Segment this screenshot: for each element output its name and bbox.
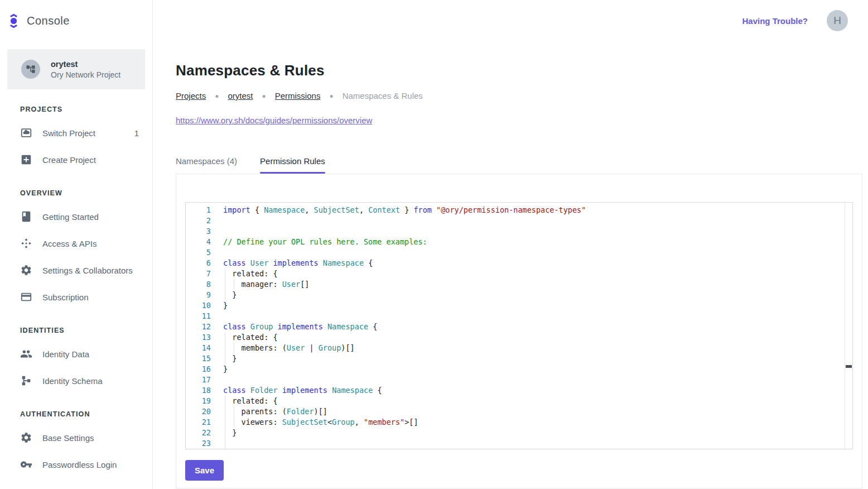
code-line: 5	[186, 247, 852, 258]
sidebar-item-access-apis[interactable]: Access & APIs	[0, 230, 152, 257]
line-number: 15	[186, 353, 211, 364]
code-text	[211, 438, 223, 449]
line-number: 6	[186, 258, 211, 269]
code-text: parents: (Folder)[]	[211, 406, 327, 417]
code-line: 10}	[186, 300, 852, 311]
indent-guide	[225, 396, 225, 406]
indent-guide	[225, 290, 225, 300]
line-number: 12	[186, 322, 211, 332]
line-number: 16	[186, 364, 211, 375]
code-line: 2	[186, 215, 852, 226]
code-line: 15 }	[186, 353, 852, 364]
people-icon	[20, 348, 32, 360]
line-number: 11	[186, 311, 211, 322]
add-box-icon	[20, 154, 32, 166]
code-line: 9 }	[186, 290, 852, 300]
code-line: 22 }	[186, 428, 852, 438]
code-text	[211, 247, 223, 258]
indent-guide	[225, 417, 225, 428]
sidebar: Console orytest Ory Network Project PROJ…	[0, 0, 153, 489]
breadcrumb-item-projects[interactable]: Projects	[176, 91, 206, 100]
code-text: import { Namespace, SubjectSet, Context …	[211, 205, 586, 215]
nav-section-title: AUTHENTICATION	[0, 410, 152, 418]
sidebar-item-label: Base Settings	[42, 433, 94, 443]
indent-guide	[225, 332, 225, 343]
indent-guide	[234, 279, 234, 290]
tab-namespaces-4[interactable]: Namespaces (4)	[176, 156, 237, 174]
save-button[interactable]: Save	[185, 460, 224, 481]
code-text	[211, 311, 223, 322]
main-area: Having Trouble? H Namespaces & Rules Pro…	[153, 0, 868, 489]
item-count-badge: 1	[134, 128, 139, 138]
sidebar-item-passwordless-login[interactable]: Passwordless Login	[0, 451, 152, 478]
code-line: 6class User implements Namespace {	[186, 258, 852, 269]
indent-guide	[234, 406, 234, 417]
code-line: 11	[186, 311, 852, 322]
project-name: orytest	[51, 60, 120, 69]
sidebar-item-base-settings[interactable]: Base Settings	[0, 424, 152, 451]
code-text	[211, 226, 223, 237]
code-text: related: {	[211, 269, 278, 279]
code-line: 8 manager: User[]	[186, 279, 852, 290]
code-line: 14 members: (User | Group)[]	[186, 343, 852, 353]
code-text: members: (User | Group)[]	[211, 343, 355, 353]
sidebar-item-create-project[interactable]: Create Project	[0, 146, 152, 173]
user-avatar[interactable]: H	[827, 10, 848, 31]
sidebar-item-label: Getting Started	[42, 212, 99, 222]
topbar: Having Trouble? H	[153, 0, 868, 41]
line-number: 21	[186, 417, 211, 428]
code-editor[interactable]: 1import { Namespace, SubjectSet, Context…	[185, 202, 853, 449]
tab-panel: 1import { Namespace, SubjectSet, Context…	[176, 174, 862, 488]
line-number: 23	[186, 438, 211, 449]
tab-permission-rules[interactable]: Permission Rules	[260, 156, 325, 174]
logo-home-link[interactable]: Console	[0, 0, 152, 41]
code-text: related: {	[211, 396, 278, 406]
code-line: 21 viewers: SubjectSet<Group, "members">…	[186, 417, 852, 428]
breadcrumb-item-permissions[interactable]: Permissions	[275, 91, 321, 100]
ory-logo-icon	[8, 13, 20, 29]
sidebar-item-identity-data[interactable]: Identity Data	[0, 341, 152, 367]
line-number: 5	[186, 247, 211, 258]
code-text: manager: User[]	[211, 279, 309, 290]
code-line: 13 related: {	[186, 332, 852, 343]
compass-icon	[20, 237, 32, 250]
line-number: 8	[186, 279, 211, 290]
sidebar-item-settings-collaborators[interactable]: Settings & Collaborators	[0, 257, 152, 284]
indent-guide	[234, 417, 234, 428]
sidebar-item-label: Settings & Collaborators	[42, 266, 133, 275]
code-line: 3	[186, 226, 852, 237]
code-line: 23	[186, 438, 852, 449]
breadcrumb-separator: ●	[262, 92, 266, 100]
project-type: Ory Network Project	[51, 70, 120, 79]
code-text: }	[211, 300, 228, 311]
code-line: 12class Group implements Namespace {	[186, 322, 852, 332]
line-number: 17	[186, 375, 211, 385]
sidebar-item-getting-started[interactable]: Getting Started	[0, 203, 152, 230]
code-line: 1import { Namespace, SubjectSet, Context…	[186, 205, 852, 215]
editor-scrollbar-thumb[interactable]	[846, 365, 852, 368]
page-content: Namespaces & Rules Projects●orytest●Perm…	[153, 41, 868, 488]
docs-link[interactable]: https://www.ory.sh/docs/guides/permissio…	[176, 116, 372, 125]
sidebar-item-subscription[interactable]: Subscription	[0, 284, 152, 310]
code-line: 24 permits = {	[186, 449, 852, 449]
sidebar-item-label: Identity Schema	[42, 376, 103, 386]
sidebar-item-identity-schema[interactable]: Identity Schema	[0, 367, 152, 394]
sidebar-nav: PROJECTSSwitch Project1Create ProjectOVE…	[0, 106, 152, 478]
code-text: }	[211, 428, 237, 438]
help-link[interactable]: Having Trouble?	[742, 16, 808, 26]
line-number: 24	[186, 449, 211, 449]
book-icon	[20, 210, 32, 223]
sidebar-item-switch-project[interactable]: Switch Project1	[0, 119, 152, 146]
sidebar-item-label: Access & APIs	[42, 239, 97, 248]
editor-scrollbar[interactable]	[845, 203, 852, 449]
code-text: viewers: SubjectSet<Group, "members">[]	[211, 417, 418, 428]
breadcrumb-item-orytest[interactable]: orytest	[228, 91, 253, 100]
project-card[interactable]: orytest Ory Network Project	[7, 49, 145, 89]
breadcrumb: Projects●orytest●Permissions●Namespaces …	[176, 91, 862, 100]
indent-guide	[225, 438, 225, 449]
nav-section-title: IDENTITIES	[0, 327, 152, 334]
line-number: 2	[186, 215, 211, 226]
project-tree-icon	[26, 64, 36, 74]
sidebar-item-label: Identity Data	[42, 349, 89, 359]
code-line: 19 related: {	[186, 396, 852, 406]
